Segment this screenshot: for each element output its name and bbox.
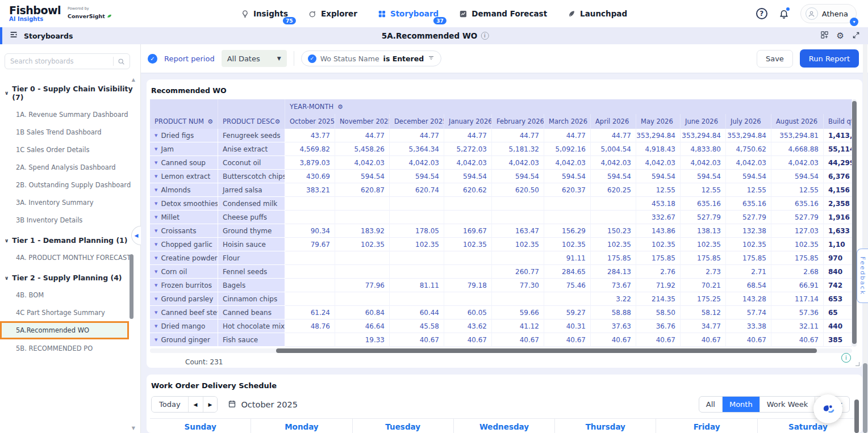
collapse-triangle-icon[interactable]: ▼ [155,270,157,274]
column-settings-gear-icon[interactable]: ⚙ [207,118,213,125]
column-settings-gear-icon[interactable]: ⚙ [337,103,343,111]
storyboards-panel-icon[interactable] [9,30,18,41]
table-horizontal-scrollbar-thumb[interactable] [276,348,817,353]
run-report-button[interactable]: Run Report [800,49,859,68]
filter-funnel-icon [428,54,435,63]
product-desc-cell: Anise extract [218,142,285,156]
value-cell: 12.55 [681,183,726,197]
collapse-triangle-icon[interactable]: ▼ [155,188,157,192]
prev-month-icon[interactable]: ◀ [189,397,203,412]
product-num-cell[interactable]: ▼Corn oil [150,265,218,279]
collapse-triangle-icon[interactable]: ▼ [155,338,157,342]
product-num-cell[interactable]: ▼Creatine powder [150,251,218,265]
product-num-cell[interactable]: ▼Millet [150,211,218,224]
user-menu[interactable]: Athena ▾ [800,4,857,23]
save-button[interactable]: Save [757,50,793,68]
product-num-cell[interactable]: ▼Dried mango [150,320,218,333]
next-month-icon[interactable]: ▶ [203,397,218,412]
view-month[interactable]: Month [723,397,760,412]
value-cell [390,197,444,211]
report-period-select[interactable]: All Dates ▼ [222,50,287,67]
recommended-wo-card: Recommended WO YEAR-MONTH⚙PRODUCT NUM⚙PR… [147,79,862,368]
column-header-product-num[interactable]: PRODUCT NUM⚙ [150,114,218,129]
sidebar-item-4a-product-monthly-forecast[interactable]: 4A. PRODUCT MONTHLY FORECAST [0,249,140,266]
collapse-triangle-icon[interactable]: ▼ [155,324,157,329]
expand-icon[interactable] [852,31,860,41]
search-input[interactable] [10,57,109,65]
view-work-week[interactable]: Work Week [760,397,816,412]
feedback-tab[interactable]: Feedback [857,249,868,303]
sidebar-scrollbar[interactable] [130,254,133,319]
search-icon[interactable] [118,58,130,65]
card-info-icon[interactable]: i [841,353,851,363]
collapse-triangle-icon[interactable]: ▼ [155,147,157,152]
resize-handle[interactable] [856,362,859,366]
tree-section-tier-1-demand-planning-1[interactable]: ∨Tier 1 - Demand Planning (1) [0,232,140,249]
settings-gear-icon[interactable]: ⚙ [837,31,844,41]
nav-item-storyboard[interactable]: Storyboard37 [378,9,439,18]
sidebar-item-5b-recommended-po[interactable]: 5B. RECOMMENDED PO [0,339,140,357]
table-vertical-scrollbar-thumb[interactable] [852,101,857,344]
collapse-triangle-icon[interactable]: ▼ [155,174,157,179]
nav-item-launchpad[interactable]: Launchpad [567,9,627,18]
title-info-icon[interactable]: i [481,32,489,40]
product-num-cell[interactable]: ▼Ground ginger [150,333,218,347]
table-horizontal-scrollbar[interactable] [150,348,852,353]
status-filter-checkbox[interactable]: ✓ [308,54,316,63]
product-num-cell[interactable]: ▼Croissants [150,224,218,238]
help-icon[interactable]: ? [756,8,767,19]
view-all[interactable]: All [699,397,723,412]
report-period-checkbox[interactable]: ✓ [148,54,157,64]
product-num-cell[interactable]: ▼Frozen burritos [150,279,218,292]
collapse-triangle-icon[interactable]: ▼ [155,242,157,247]
product-num-cell[interactable]: ▼Lemon extract [150,170,218,183]
product-num-cell[interactable]: ▼Canned beef stew [150,306,218,320]
column-header-product-desc[interactable]: PRODUCT DESC⚙ [218,114,285,129]
tree-section-tier-0-supply-chain-visibility-7[interactable]: ∨Tier 0 - Supply Chain Visibility (7) [0,81,140,106]
page-scrollbar-thumb[interactable] [863,363,867,433]
sidebar-item-2b-outstanding-supply-dashboard[interactable]: 2B. Outstanding Supply Dashboard [0,176,140,194]
product-num-cell[interactable]: ▼Dried figs [150,129,218,142]
nav-item-demand-forecast[interactable]: Demand Forecast [459,9,547,18]
sidebar-item-4b-bom[interactable]: 4B. BOM [0,286,140,304]
sidebar-item-1b-sales-trend-dashboard[interactable]: 1B Sales Trend Dashboard [0,123,140,141]
column-settings-gear-icon[interactable]: ⚙ [274,118,280,125]
notifications-bell-icon[interactable] [779,9,789,19]
sidebar-item-4c-part-shortage-summary[interactable]: 4C Part Shortage Summary [0,304,140,321]
chat-assistant-button[interactable] [813,394,842,423]
product-num-cell[interactable]: ▼Almonds [150,183,218,197]
collapse-triangle-icon[interactable]: ▼ [155,161,157,165]
sidebar-item-1a-revenue-summary-dashboard[interactable]: 1A. Revenue Summary Dashboard [0,106,140,123]
sidebar-item-2a-spend-analysis-dashboard[interactable]: 2A. Spend Analysis Dashboard [0,158,140,176]
storyboard-search[interactable] [5,53,130,69]
status-filter-chip[interactable]: ✓ Wo Status Name is Entered [301,51,442,66]
sidebar-scroll-down-icon[interactable]: ▼ [132,426,135,431]
sidebar-item-3a-inventory-summary[interactable]: 3A. Inventory Summary [0,194,140,211]
collapse-triangle-icon[interactable]: ▼ [155,256,157,260]
today-button[interactable]: Today [152,397,189,412]
collapse-triangle-icon[interactable]: ▼ [155,283,157,288]
sidebar-item-1c-sales-order-details[interactable]: 1C Sales Order Details [0,141,140,158]
tree-section-tier-2-supply-planning-4[interactable]: ∨Tier 2 - Supply Planning (4) [0,270,140,286]
calendar-scrollbar[interactable] [854,400,859,433]
collapse-triangle-icon[interactable]: ▼ [155,201,157,206]
sidebar-scroll-up-icon[interactable]: ▲ [132,77,135,82]
product-num-cell[interactable]: ▼Ground parsley [150,292,218,306]
collapse-triangle-icon[interactable]: ▼ [155,215,157,220]
product-num-cell[interactable]: ▼Jam [150,142,218,156]
value-cell: 353,294.81 [771,129,824,142]
value-cell: 4,833.80 [681,142,726,156]
sidebar-item-5a-recommended-wo[interactable]: 5A.Recommended WO [0,321,129,339]
add-widget-icon[interactable] [820,31,829,41]
table-vertical-scrollbar[interactable] [852,99,857,347]
collapse-triangle-icon[interactable]: ▼ [155,310,157,315]
product-num-cell[interactable]: ▼Canned soup [150,156,218,170]
nav-item-insights[interactable]: Insights75 [241,9,288,18]
sidebar-item-3b-inventory-details[interactable]: 3B Inventory Details [0,211,140,229]
product-num-cell[interactable]: ▼Chopped garlic [150,238,218,251]
collapse-triangle-icon[interactable]: ▼ [155,133,157,138]
collapse-triangle-icon[interactable]: ▼ [155,297,157,301]
collapse-triangle-icon[interactable]: ▼ [155,229,157,233]
nav-item-explorer[interactable]: Explorer [308,9,357,18]
product-num-cell[interactable]: ▼Detox smoothies [150,197,218,211]
